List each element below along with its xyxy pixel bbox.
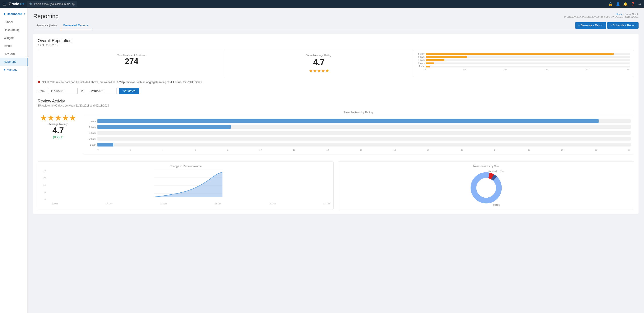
page-title: Reporting xyxy=(33,13,59,20)
add-icon[interactable]: ⊕ xyxy=(72,2,75,6)
star-4-bar xyxy=(426,56,630,58)
rating-display: ★★★★★ Average Rating: 4.7 (0.2) ⇧ xyxy=(38,111,78,141)
logout-icon[interactable]: ➡ xyxy=(638,2,641,6)
site-chart-box: New Reviews by Site xyxy=(338,161,634,210)
star-5-fill xyxy=(426,53,614,55)
menu-icon[interactable]: ☰ xyxy=(3,2,6,6)
star-row-1: 1 star xyxy=(416,65,630,68)
volume-y-axis: 40 30 20 10 0 xyxy=(41,170,46,205)
bell-icon[interactable]: 🔔 xyxy=(623,2,628,6)
hbar-3-stars: 3 stars xyxy=(86,131,630,135)
hbar-1-fill xyxy=(98,143,113,146)
schedule-report-button[interactable]: + Schedule a Report xyxy=(607,22,638,28)
yelp-icon: ✖ xyxy=(38,80,40,84)
hbar-2-label: 2 stars xyxy=(86,138,96,140)
yelp-legend-label: Yelp xyxy=(500,170,504,172)
sidebar-item-widgets[interactable]: Widgets xyxy=(0,34,28,42)
stats-row: Total Number of Reviews: 274 Overall Ave… xyxy=(38,50,634,77)
yelp-text-mid: with an aggregate rating of xyxy=(137,81,169,84)
hbar-5-label: 5 stars xyxy=(86,120,96,122)
star-4-fill xyxy=(426,56,467,58)
avg-rating-value: 4.7 xyxy=(230,58,408,67)
star-2-fill xyxy=(426,62,434,64)
facebook-legend-label: Facebook xyxy=(488,170,498,172)
star-row-2: 2 stars xyxy=(416,62,630,64)
star-3-label: 3 stars xyxy=(416,59,425,61)
rating-stars: ★★★★★ xyxy=(230,68,408,73)
help-icon[interactable]: ❓ xyxy=(631,2,635,6)
sidebar: ■ Dashboard ▼ Funnel Links (beta) Widget… xyxy=(0,8,28,313)
sidebar-item-reporting[interactable]: Reporting xyxy=(0,58,28,66)
hbar-2-stars: 2 stars xyxy=(86,137,630,140)
volume-x-axis: 3. Dec 17. Dec 31. Dec 14. Jan 28. Jan 1… xyxy=(46,202,330,205)
logo[interactable]: Grade.us xyxy=(9,2,24,6)
new-reviews-bars: 5 stars 4 stars 3 stars xyxy=(83,116,634,154)
star-1-bar xyxy=(426,66,630,68)
bottom-charts: Change in Review Volume 40 30 20 10 0 xyxy=(38,161,634,210)
lock-icon[interactable]: 🔒 xyxy=(608,2,613,6)
sidebar-item-dashboard[interactable]: ■ Dashboard ▼ xyxy=(0,10,28,18)
avg-rating-box: Overall Average Rating: 4.7 ★★★★★ xyxy=(225,50,412,77)
star-4-label: 4 stars xyxy=(416,56,425,58)
set-dates-button[interactable]: Set dates xyxy=(119,88,139,94)
from-label: From: xyxy=(38,89,46,93)
star-5-bar xyxy=(426,53,630,55)
star-axis: 0 50 100 150 200 250 xyxy=(416,68,630,71)
up-arrow-icon: ⇧ xyxy=(60,136,63,139)
hbar-4-fill xyxy=(98,125,231,129)
hbar-1-bg xyxy=(98,143,630,146)
volume-chart-title: Change in Review Volume xyxy=(41,165,330,168)
user-icon[interactable]: 👤 xyxy=(616,2,620,6)
yelp-count: 8 Yelp reviews xyxy=(117,81,136,84)
avg-rating-label: Overall Average Rating: xyxy=(230,54,408,56)
manage-icon: ■ xyxy=(4,68,6,71)
hbar-1-star: 1 star xyxy=(86,143,630,146)
total-reviews-label: Total Number of Reviews: xyxy=(42,54,220,56)
hbar-3-bg xyxy=(98,131,630,135)
total-reviews-value: 274 xyxy=(42,58,220,66)
yelp-text-end: for Polski Smak. xyxy=(183,81,203,84)
manage-label: Manage xyxy=(7,68,18,71)
breadcrumb-current: Polski Smak xyxy=(625,13,638,16)
hbar-5-stars: 5 stars xyxy=(86,119,630,123)
sidebar-item-manage[interactable]: ■ Manage xyxy=(0,66,28,74)
tab-generated-reports[interactable]: Generated Reports xyxy=(60,22,92,29)
generate-report-button[interactable]: + Generate a Report xyxy=(575,22,606,28)
hbar-4-label: 4 stars xyxy=(86,126,96,128)
volume-chart-svg xyxy=(46,170,330,202)
search-bar[interactable]: 🔍 ⊕ xyxy=(27,1,77,7)
tab-analytics[interactable]: Analytics (beta) xyxy=(33,22,60,29)
search-input[interactable] xyxy=(34,2,70,6)
volume-area xyxy=(154,172,222,197)
sidebar-item-reviews[interactable]: Reviews xyxy=(0,50,28,58)
from-date-input[interactable] xyxy=(48,88,78,94)
reporting-label: Reporting xyxy=(4,60,16,63)
breadcrumb-home[interactable]: Home xyxy=(616,13,622,16)
activity-avg-value: 4.7 xyxy=(40,126,76,136)
new-reviews-chart-title: New Reviews by Rating xyxy=(83,111,634,114)
volume-chart-area: 3. Dec 17. Dec 31. Dec 14. Jan 28. Jan 1… xyxy=(46,170,330,205)
to-label: To: xyxy=(80,89,84,93)
hbar-axis: 0246810 121416182022 2426283032 xyxy=(86,149,630,151)
chevron-icon: ▼ xyxy=(24,13,26,15)
page-id: ID: 626f4530-e563-4b28-8e7a-914fb9a29bd7… xyxy=(564,16,638,19)
star-3-bar xyxy=(426,59,630,61)
star-row-3: 3 stars xyxy=(416,59,630,61)
star-1-label: 1 star xyxy=(416,65,425,68)
links-label: Links (beta) xyxy=(4,28,19,32)
sidebar-item-invites[interactable]: Invites xyxy=(0,42,28,50)
hbar-2-bg xyxy=(98,137,630,140)
yelp-rating: 4.1 stars xyxy=(170,81,182,84)
to-date-input[interactable] xyxy=(87,88,116,94)
hbar-4-stars: 4 stars xyxy=(86,125,630,129)
star-distribution: 5 stars 4 stars 3 stars xyxy=(413,50,634,77)
hbar-5-bg xyxy=(98,119,630,123)
sidebar-item-funnel[interactable]: Funnel xyxy=(0,18,28,26)
activity-stars: ★★★★★ xyxy=(40,113,76,123)
sidebar-item-links[interactable]: Links (beta) xyxy=(0,26,28,34)
dashboard-icon: ■ xyxy=(4,12,6,16)
volume-chart-box: Change in Review Volume 40 30 20 10 0 xyxy=(38,161,334,210)
nav-icons: 🔒 👤 🔔 ❓ ➡ xyxy=(608,2,641,6)
star-2-label: 2 stars xyxy=(416,62,425,64)
donut-svg xyxy=(470,172,502,204)
